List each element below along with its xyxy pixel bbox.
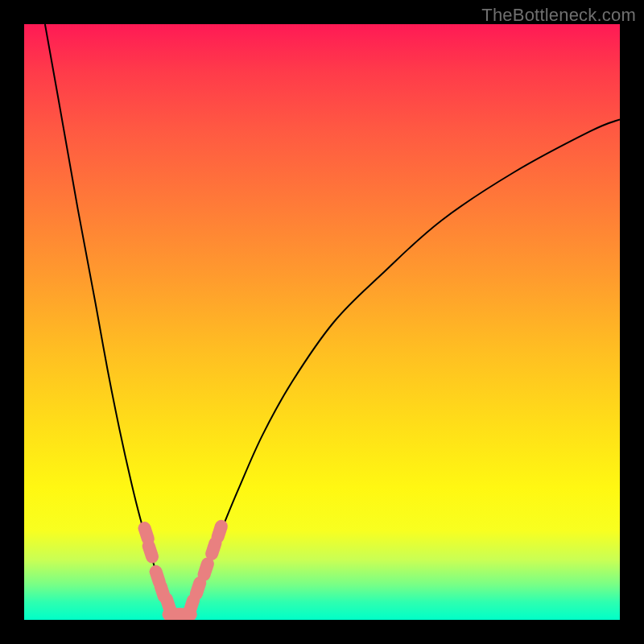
curve-right-branch [188, 119, 621, 613]
curve-left-branch [45, 24, 172, 613]
data-marker [173, 608, 197, 620]
chart-area [24, 24, 620, 620]
watermark-text: TheBottleneck.com [481, 5, 636, 26]
marker-group [136, 518, 229, 620]
plot-svg [24, 24, 620, 620]
